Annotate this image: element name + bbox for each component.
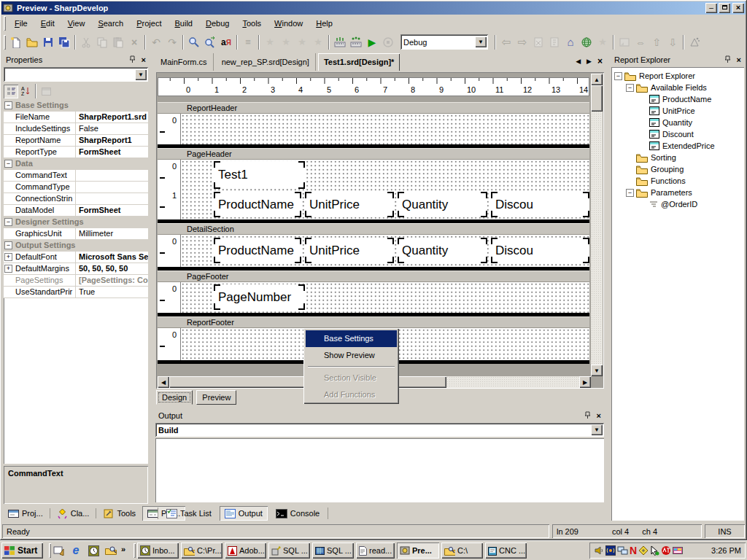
expand-icon[interactable]: + <box>4 253 12 261</box>
tree-node-label[interactable]: Sorting <box>651 153 676 162</box>
scheduler-icon[interactable] <box>86 543 101 558</box>
alphabetical-sort-button[interactable]: AZ <box>18 85 33 98</box>
tree-node-grouping[interactable]: Grouping <box>611 163 744 175</box>
taskbar-button-sql-2[interactable]: SQL ... <box>312 542 354 559</box>
configuration-combobox[interactable]: Debug ▼ <box>400 34 488 50</box>
menu-item-base-settings[interactable]: Base Settings <box>306 330 397 347</box>
tab-new-rep-sp[interactable]: new_rep_SP.srd[Design] <box>216 53 316 71</box>
move-up-button[interactable]: ⇧ <box>649 34 665 50</box>
menu-search[interactable]: Search <box>91 16 130 31</box>
section-canvas[interactable]: ProductName UnitPrice Quantity Discou <box>181 235 589 267</box>
resize-horizontal-button[interactable]: ⇔ <box>632 34 649 50</box>
tree-node-field[interactable]: UnitPrice <box>611 105 744 117</box>
taskbar-button-explorer-c[interactable]: C:\ <box>441 542 483 559</box>
scrollbar-thumb[interactable] <box>591 85 603 112</box>
section-canvas[interactable] <box>181 114 589 144</box>
section-band-pageheader[interactable]: PageHeader <box>158 148 589 160</box>
back-button[interactable]: ⇦ <box>498 34 514 50</box>
section-canvas[interactable]: PageNumber <box>181 282 589 313</box>
property-value[interactable] <box>76 170 148 181</box>
tray-clock[interactable]: 3:26 PM <box>711 546 741 555</box>
stop-load-button[interactable] <box>530 34 546 50</box>
restore-button[interactable] <box>719 3 730 13</box>
report-item-quantity[interactable]: Quantity <box>398 192 487 217</box>
property-category-row[interactable]: −Output Settings <box>4 240 148 252</box>
property-value[interactable]: True <box>76 287 148 298</box>
property-row[interactable]: +DefaultMargins50, 50, 50, 50 <box>4 263 148 275</box>
pin-icon[interactable] <box>129 55 136 64</box>
report-item-title[interactable]: Test1 <box>214 161 305 189</box>
combo-dropdown-button[interactable]: ▼ <box>475 36 487 47</box>
tree-node-field[interactable]: Discount <box>611 128 744 140</box>
tab-output-active[interactable]: Output <box>220 506 268 521</box>
report-item-discount[interactable]: Discou <box>491 238 589 263</box>
tree-node-label[interactable]: ProductName <box>662 95 711 104</box>
tree-node-functions[interactable]: Functions <box>611 175 744 187</box>
prev-bookmark-button[interactable]: ★ <box>278 34 294 50</box>
property-row[interactable]: ReportNameSharpReport1 <box>4 135 148 147</box>
tree-node-label[interactable]: Parameters <box>651 188 692 197</box>
tree-node-label[interactable]: Discount <box>662 130 694 139</box>
save-all-button[interactable] <box>56 34 72 50</box>
tab-projects[interactable]: Proj... <box>3 506 48 521</box>
tab-preview[interactable]: Preview <box>196 390 236 405</box>
select-box-button[interactable] <box>616 34 632 50</box>
tree-node-label[interactable]: Report Explorer <box>639 71 695 80</box>
macro-record-button[interactable] <box>332 34 348 50</box>
menu-edit[interactable]: Edit <box>34 16 61 31</box>
properties-object-combobox[interactable]: ▼ <box>4 67 148 82</box>
property-row[interactable]: PageSettings[PageSettings: Col <box>4 275 148 287</box>
section-canvas[interactable]: Test1 ProductName UnitPrice Quantity Dis… <box>181 160 589 219</box>
property-row[interactable]: ReportTypeFormSheet <box>4 147 148 158</box>
menu-item-add-functions[interactable]: Add Functions <box>306 386 397 403</box>
taskbar-button-inbox[interactable]: Inbo... <box>137 542 179 559</box>
property-category-row[interactable]: −Designer Settings <box>4 217 148 228</box>
wireless-icon[interactable] <box>605 545 616 556</box>
scroll-down-button[interactable]: ▼ <box>591 365 603 376</box>
replace-button[interactable]: aЯ <box>218 34 234 50</box>
toolbar-grip[interactable] <box>4 35 6 50</box>
menu-project[interactable]: Project <box>130 16 168 31</box>
collapse-icon[interactable]: − <box>614 72 622 80</box>
menu-build[interactable]: Build <box>169 16 199 31</box>
taskbar-button-adobe[interactable]: Adob... <box>225 542 266 559</box>
pcanywhere-icon[interactable] <box>638 545 649 556</box>
report-item-pagenumber[interactable]: PageNumber <box>214 284 305 310</box>
undo-button[interactable]: ↶ <box>148 34 164 50</box>
menu-item-show-preview[interactable]: Show Preview <box>306 347 397 364</box>
explorer-close-icon[interactable]: × <box>737 55 741 64</box>
tab-design-active[interactable]: Design <box>156 390 193 405</box>
menu-debug[interactable]: Debug <box>199 16 236 31</box>
expand-icon[interactable]: + <box>4 265 12 273</box>
quicklaunch-chevron[interactable]: » <box>121 545 125 553</box>
section-detail[interactable]: 0 ProductName UnitPrice Quantity Discou <box>158 235 589 267</box>
property-category-row[interactable]: −Data <box>4 158 148 170</box>
save-button[interactable] <box>40 34 56 50</box>
taskbar-button-sql-1[interactable]: SQL ... <box>268 542 310 559</box>
copy-button[interactable] <box>94 34 110 50</box>
property-value[interactable]: Millimeter <box>76 228 148 239</box>
taskbar-button-explorer-pr[interactable]: C:\Pr... <box>181 542 222 559</box>
refresh-button[interactable] <box>546 34 562 50</box>
search-folder-icon[interactable] <box>104 543 118 558</box>
title-bar[interactable]: Preview - SharpDevelop _ × <box>1 1 746 15</box>
property-value[interactable]: 50, 50, 50, 50 <box>76 263 148 274</box>
collapse-icon[interactable]: − <box>4 160 12 168</box>
collapse-icon[interactable]: − <box>4 241 12 249</box>
properties-close-icon[interactable]: × <box>142 55 146 64</box>
home-button[interactable]: ⌂ <box>562 34 578 50</box>
tree-node-field[interactable]: ExtendedPrice <box>611 140 744 152</box>
close-button[interactable]: × <box>732 3 744 13</box>
property-row[interactable]: FileNameSharpReport1.srd <box>4 112 148 123</box>
section-band-pagefooter[interactable]: PageFooter <box>158 271 589 282</box>
property-category-row[interactable]: −Base Settings <box>4 100 148 112</box>
scroll-left-button[interactable]: ◀ <box>158 376 169 388</box>
tab-classes[interactable]: Cla... <box>52 506 95 521</box>
scroll-up-button[interactable]: ▲ <box>591 74 603 85</box>
property-row[interactable]: UseStandartPrirTrue <box>4 287 148 298</box>
netware-icon[interactable]: N <box>630 545 637 556</box>
tab-close-icon[interactable]: × <box>597 56 603 66</box>
tree-node-label[interactable]: Available Fields <box>651 83 707 92</box>
property-value[interactable]: False <box>76 123 148 134</box>
tab-scroll-left-icon[interactable]: ◀ <box>576 58 581 65</box>
